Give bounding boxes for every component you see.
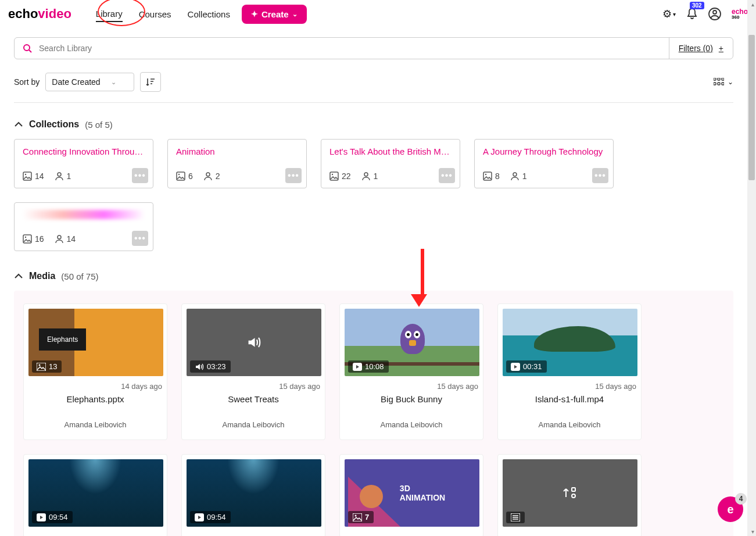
media-card[interactable]: Elephants1314 days agoElephants.pptxAman… <box>23 303 167 440</box>
svg-point-34 <box>572 494 575 498</box>
scroll-thumb[interactable] <box>748 35 755 180</box>
collections-toggle[interactable] <box>14 121 23 128</box>
media-owner: Amanda Leibovich <box>345 420 478 429</box>
gear-icon: ⚙ <box>662 8 672 20</box>
echo360-logo[interactable]: echo 360 <box>732 9 748 19</box>
svg-rect-31 <box>353 513 362 521</box>
media-owner: Amanda Leibovich <box>503 420 636 429</box>
svg-rect-6 <box>722 78 724 80</box>
collection-items: 22 <box>329 171 351 181</box>
media-title: Island-s1-full.mp4 <box>503 394 636 404</box>
upload-icon <box>560 483 580 503</box>
items-icon <box>176 171 185 181</box>
filters-label: Filters (0) <box>679 44 713 53</box>
notifications-button[interactable]: 302 <box>686 8 698 20</box>
scroll-up-icon[interactable]: ▴ <box>751 1 754 8</box>
audio-icon <box>195 363 204 371</box>
media-timestamp: 15 days ago <box>503 382 636 391</box>
svg-point-18 <box>364 173 368 176</box>
collection-title <box>23 210 145 219</box>
settings-menu[interactable]: ⚙ ▾ <box>662 8 676 20</box>
media-badge: 7 <box>348 511 374 523</box>
items-icon <box>23 171 32 181</box>
sort-direction-icon <box>145 77 156 87</box>
svg-point-26 <box>39 364 41 366</box>
media-card[interactable]: 09:54 <box>181 454 325 536</box>
create-button[interactable]: ✦ Create ⌄ <box>242 5 307 24</box>
collection-items: 8 <box>483 171 500 181</box>
svg-point-23 <box>25 237 26 238</box>
svg-point-1 <box>713 10 716 14</box>
collection-card[interactable]: Let's Talk About the British Mo...221••• <box>321 139 460 188</box>
collection-card[interactable]: Connecting Innovation Throug...141••• <box>14 139 153 188</box>
media-toggle[interactable] <box>14 273 23 280</box>
media-badge: 00:31 <box>506 360 547 373</box>
collection-card[interactable]: 1614••• <box>14 202 153 251</box>
svg-rect-25 <box>37 363 46 371</box>
media-card[interactable]: 10:0815 days agoBig Buck BunnyAmanda Lei… <box>339 303 483 440</box>
collections-count: (5 of 5) <box>85 120 113 130</box>
help-widget[interactable]: e 4 <box>718 496 743 522</box>
svg-point-12 <box>58 173 61 176</box>
nav-library[interactable]: Library <box>96 6 123 22</box>
collection-menu-button[interactable]: ••• <box>592 168 608 183</box>
sort-select[interactable]: Date Created ⌄ <box>45 73 134 91</box>
media-title: Big Buck Bunny <box>345 394 478 404</box>
list-icon <box>511 513 520 521</box>
collection-members: 1 <box>510 171 527 181</box>
wand-icon: ✦ <box>251 9 258 19</box>
collection-card[interactable]: Animation62••• <box>167 139 307 188</box>
collection-menu-button[interactable]: ••• <box>132 168 148 183</box>
video-icon <box>37 513 46 521</box>
svg-rect-33 <box>572 488 575 491</box>
svg-point-24 <box>58 235 61 239</box>
collection-menu-button[interactable]: ••• <box>132 231 148 246</box>
chevron-down-icon: ⌄ <box>111 78 116 86</box>
items-icon <box>329 171 339 181</box>
collection-card[interactable]: A Journey Through Technology81••• <box>474 139 614 188</box>
scroll-down-icon[interactable]: ▾ <box>751 528 754 535</box>
search-bar: Filters (0) + <box>14 37 733 59</box>
members-icon <box>55 234 64 244</box>
profile-icon <box>708 8 721 20</box>
media-card[interactable] <box>497 454 642 536</box>
collection-members: 1 <box>55 171 71 181</box>
collection-menu-button[interactable]: ••• <box>439 168 455 183</box>
media-timestamp: 14 days ago <box>28 382 162 391</box>
collection-title: Let's Talk About the British Mo... <box>329 146 452 156</box>
widget-count: 4 <box>735 493 747 505</box>
profile-button[interactable] <box>708 8 721 20</box>
view-toggle[interactable]: ⌄ <box>714 78 733 86</box>
media-title: Elephants.pptx <box>28 394 162 404</box>
svg-point-15 <box>206 173 210 176</box>
collection-menu-button[interactable]: ••• <box>285 168 302 183</box>
media-card[interactable]: 09:54 <box>23 454 167 536</box>
media-badge: 10:08 <box>348 360 389 373</box>
grid-icon <box>714 78 724 86</box>
collection-title: Animation <box>176 146 298 156</box>
image-icon <box>37 363 46 371</box>
media-card[interactable]: 00:3115 days agoIsland-s1-full.mp4Amanda… <box>497 303 642 440</box>
video-icon <box>511 363 520 371</box>
video-icon <box>353 363 362 371</box>
divider <box>14 102 733 103</box>
filters-button[interactable]: Filters (0) + <box>669 38 733 59</box>
members-icon <box>361 171 371 181</box>
scrollbar[interactable]: ▴ ▾ <box>747 0 756 536</box>
logo[interactable]: echovideo <box>8 6 71 22</box>
items-icon <box>483 171 492 181</box>
media-owner: Amanda Leibovich <box>28 420 162 429</box>
media-card[interactable]: 3D ANIMATION7 <box>339 454 483 536</box>
members-icon <box>203 171 213 181</box>
svg-rect-5 <box>718 78 720 80</box>
sort-direction-button[interactable] <box>140 72 161 92</box>
media-count: (50 of 75) <box>61 271 98 281</box>
search-input[interactable] <box>39 44 669 53</box>
svg-rect-4 <box>714 78 716 80</box>
nav-courses[interactable]: Courses <box>139 7 171 22</box>
nav-collections[interactable]: Collections <box>188 7 230 22</box>
collection-items: 6 <box>176 171 193 181</box>
svg-rect-8 <box>718 83 720 85</box>
collection-title: A Journey Through Technology <box>483 146 605 156</box>
media-card[interactable]: 03:2315 days agoSweet TreatsAmanda Leibo… <box>181 303 325 440</box>
